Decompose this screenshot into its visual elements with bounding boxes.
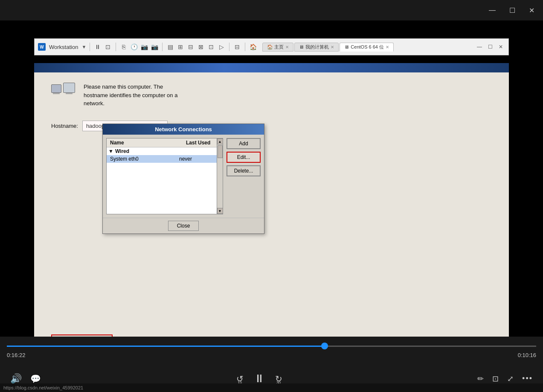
- wired-triangle: ▼: [108, 148, 113, 154]
- connection-last-used: never: [179, 156, 213, 162]
- vm-content-area: Please name this computer. The hostname …: [34, 63, 509, 366]
- time-remaining: 0:10:16: [518, 352, 536, 358]
- wired-label: Wired: [115, 148, 129, 154]
- computer-icon-small: [51, 84, 61, 93]
- toolbar-icon-3[interactable]: 🕐: [130, 43, 138, 51]
- close-dialog-button[interactable]: Close: [168, 221, 199, 231]
- tab-mypc-close[interactable]: ✕: [331, 45, 334, 49]
- inner-close[interactable]: ✕: [497, 43, 505, 51]
- toolbar-separator-1: [90, 43, 90, 51]
- tab-mypc[interactable]: 🖥 我的计算机 ✕: [294, 43, 339, 52]
- toolbar-icon-7[interactable]: ⊞: [176, 43, 185, 51]
- ctrl-left: 🔊 💬: [10, 373, 41, 384]
- restore-button[interactable]: ☐: [506, 5, 519, 16]
- toolbar-icon-9[interactable]: ⊠: [197, 43, 205, 51]
- tab-centos-label: CentOS 6 64 位: [351, 44, 384, 50]
- scroll-thumb[interactable]: [218, 145, 223, 158]
- toolbar-separator-4: [229, 43, 229, 51]
- url-text: https://blog.csdn.net/weixin_45992021: [3, 385, 83, 390]
- connections-list: Name Last Used ▼ Wired System eth0: [107, 138, 217, 214]
- tab-home[interactable]: 🏠 主页 ✕: [262, 43, 293, 52]
- window-controls: — ☐ ✕: [485, 5, 538, 16]
- pip-button[interactable]: ⊡: [492, 374, 499, 383]
- progress-filled: [7, 346, 325, 347]
- edit-icon: ✏: [477, 374, 484, 383]
- dialog-body: Name Last Used ▼ Wired System eth0: [103, 135, 264, 218]
- rewind-button[interactable]: ↺ 10: [236, 374, 244, 384]
- col-last-used: Last Used: [183, 138, 217, 147]
- tab-mypc-label: 我的计算机: [305, 44, 329, 50]
- connections-panel: Name Last Used ▼ Wired System eth0: [106, 138, 223, 214]
- computer-icon: [51, 83, 75, 93]
- tab-centos-icon: 🖥: [344, 44, 349, 49]
- tab-home-label: 🏠 主页: [267, 44, 284, 50]
- connection-row-system-eth0[interactable]: System eth0 never: [107, 155, 217, 163]
- pip-icon: ⊡: [492, 374, 499, 383]
- inner-restore[interactable]: ☐: [486, 43, 495, 51]
- connections-scrollbar[interactable]: ▲ ▼: [217, 138, 223, 214]
- toolbar-icon-11[interactable]: ▷: [217, 43, 226, 51]
- tab-centos-close[interactable]: ✕: [386, 45, 389, 49]
- browser-tabs: 🏠 主页 ✕ 🖥 我的计算机 ✕ 🖥 CentOS 6 64 位 ✕: [262, 43, 394, 52]
- dialog-action-buttons: Add Edit... Delete...: [226, 138, 261, 214]
- toolbar-icon-12[interactable]: ⊟: [233, 43, 241, 51]
- toolbar-icon-4[interactable]: 📷: [140, 43, 148, 51]
- toolbar-icon-5[interactable]: 📷: [150, 43, 159, 51]
- captions-icon: 💬: [30, 374, 41, 384]
- fullscreen-button[interactable]: ⤢: [507, 374, 514, 383]
- inner-win-controls: — ☐ ✕: [475, 43, 505, 51]
- more-button[interactable]: •••: [522, 374, 533, 383]
- pause-icon[interactable]: ⏸: [93, 43, 102, 51]
- vm-toolbar: W Workstation ▼ ⏸ ⊡ ⎘ 🕐 📷 📷 ▤ ⊞ ⊟ ⊠ ⊡ ▷ …: [34, 38, 509, 55]
- more-icon: •••: [522, 374, 533, 383]
- delete-connection-button[interactable]: Delete...: [226, 165, 261, 176]
- toolbar-separator-5: [245, 43, 245, 51]
- app-name: Workstation: [47, 44, 80, 50]
- toolbar-icon-10[interactable]: ⊡: [207, 43, 215, 51]
- time-elapsed: 0:16:22: [7, 352, 25, 358]
- computer-icon-large: [63, 83, 75, 93]
- home-icon[interactable]: 🏠: [249, 43, 257, 51]
- minimize-button[interactable]: —: [485, 5, 499, 16]
- connections-list-header: Name Last Used: [107, 138, 217, 147]
- toolbar-icon-8[interactable]: ⊟: [186, 43, 195, 51]
- scroll-up-btn[interactable]: ▲: [217, 138, 223, 144]
- connections-list-wrapper: Name Last Used ▼ Wired System eth0: [106, 138, 223, 214]
- hostname-section: Please name this computer. The hostname …: [51, 83, 492, 108]
- close-button[interactable]: ✕: [526, 5, 538, 16]
- tab-home-close[interactable]: ✕: [285, 45, 289, 49]
- captions-button[interactable]: 💬: [30, 374, 41, 384]
- progress-bar-container: [0, 342, 543, 350]
- inner-minimize[interactable]: —: [475, 43, 484, 51]
- toolbar-icon-1[interactable]: ⊡: [104, 43, 112, 51]
- progress-thumb[interactable]: [321, 343, 328, 349]
- tab-centos[interactable]: 🖥 CentOS 6 64 位 ✕: [340, 43, 394, 52]
- fullscreen-icon: ⤢: [507, 374, 514, 383]
- url-bar: https://blog.csdn.net/weixin_45992021: [0, 383, 543, 392]
- connection-name: System eth0: [110, 156, 179, 162]
- vm-body: Please name this computer. The hostname …: [34, 72, 509, 366]
- toolbar-separator-3: [162, 43, 163, 51]
- progress-track[interactable]: [7, 346, 536, 347]
- volume-icon: 🔊: [10, 373, 22, 384]
- connections-empty-space: [107, 163, 217, 214]
- wired-group-header: ▼ Wired: [107, 147, 217, 155]
- ctrl-right: ✏ ⊡ ⤢ •••: [477, 374, 533, 383]
- toolbar-separator-2: [116, 43, 116, 51]
- title-bar: — ☐ ✕: [0, 0, 543, 20]
- scroll-down-btn[interactable]: ▼: [217, 208, 223, 214]
- dialog-title: Network Connections: [103, 124, 264, 135]
- forward-button[interactable]: ↻ 30: [275, 374, 282, 384]
- col-name: Name: [107, 138, 183, 147]
- add-connection-button[interactable]: Add: [226, 138, 261, 149]
- dialog-close-row: Close: [103, 218, 264, 233]
- edit-connection-button[interactable]: Edit...: [226, 152, 261, 163]
- hostname-label: Hostname:: [51, 123, 78, 129]
- volume-button[interactable]: 🔊: [10, 373, 22, 384]
- vm-header-bar: [34, 63, 509, 72]
- time-labels: 0:16:22 0:10:16: [7, 352, 536, 358]
- app-dropdown[interactable]: ▼: [81, 44, 86, 49]
- edit-button[interactable]: ✏: [477, 374, 484, 383]
- toolbar-icon-6[interactable]: ▤: [166, 43, 174, 51]
- toolbar-icon-2[interactable]: ⎘: [119, 43, 128, 51]
